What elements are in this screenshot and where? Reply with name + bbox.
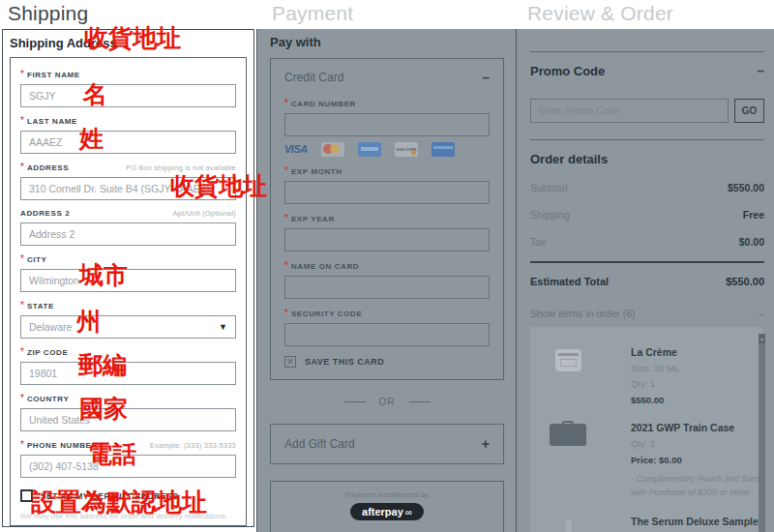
apt-unit-note: Apt/Unit (Optional): [173, 209, 237, 218]
items-scrollbar[interactable]: [759, 334, 765, 532]
first-name-label-row: * FIRST NAME: [20, 70, 236, 79]
card-number-label-row: * CARD NUMBER: [284, 99, 490, 108]
mastercard-icon: [321, 142, 344, 157]
annotation-shipping-address: 收貨地址: [84, 26, 181, 50]
or-label: OR: [379, 397, 396, 407]
security-code-input[interactable]: [284, 323, 490, 346]
required-mark: *: [284, 261, 288, 271]
promo-code-input[interactable]: Enter Promo Code: [530, 99, 729, 123]
item-size: Size: 30 ML: [631, 363, 679, 373]
estimated-total-value: $550.00: [726, 276, 764, 287]
required-mark: *: [20, 163, 24, 172]
collapse-minus-icon[interactable]: –: [759, 308, 764, 319]
list-item: 2021 GWP Train Case Qty: 1 Price: $0.00 …: [541, 422, 762, 499]
step-payment[interactable]: Payment: [272, 2, 353, 25]
shipping-label: Shipping: [530, 209, 570, 221]
tax-value: $0.00: [739, 236, 764, 248]
subtotal-value: $550.00: [728, 182, 764, 193]
afterpay-loop-icon: ∞: [405, 507, 412, 517]
annotation-first-name: 名: [83, 82, 107, 106]
tax-row: Tax $0.00: [530, 236, 764, 248]
collapse-minus-icon[interactable]: –: [757, 63, 764, 78]
divider: [530, 51, 764, 52]
zip-input[interactable]: 19801: [20, 362, 236, 385]
divider-line: [409, 401, 431, 402]
tax-label: Tax: [530, 236, 546, 248]
state-value: Delaware: [29, 321, 72, 333]
country-label-row: * COUNTRY: [20, 394, 236, 403]
annotation-last-name: 姓: [79, 127, 104, 151]
discover-icon: DISCOVER: [395, 142, 418, 157]
chevron-down-icon: ▼: [219, 322, 227, 332]
card-number-input[interactable]: [284, 113, 490, 136]
save-card-row: ✕ SAVE THIS CARD: [284, 356, 490, 368]
item-price: $550.00: [631, 395, 679, 405]
zip-label-row: * ZIP CODE: [20, 347, 236, 357]
name-on-card-label: NAME ON CARD: [291, 262, 359, 271]
address2-input[interactable]: Address 2: [20, 222, 236, 246]
total-divider: [530, 261, 764, 263]
name-on-card-input[interactable]: [284, 276, 490, 299]
afterpay-logo[interactable]: afterpay ∞: [350, 503, 424, 520]
expand-plus-icon[interactable]: +: [482, 436, 490, 452]
credit-card-header[interactable]: Credit Card –: [271, 59, 503, 85]
required-mark: *: [20, 394, 24, 403]
exp-year-label: EXP YEAR: [291, 215, 335, 223]
item-qty: Qty: 1: [631, 378, 679, 389]
or-divider: OR: [270, 397, 504, 407]
first-name-input[interactable]: SGJY: [20, 84, 236, 107]
afterpay-box: Payment installments by afterpay ∞: [270, 481, 504, 532]
save-card-checkbox[interactable]: ✕: [284, 356, 296, 368]
required-mark: *: [284, 166, 288, 176]
step-shipping[interactable]: Shipping: [8, 2, 88, 25]
promo-code-header[interactable]: Promo Code –: [530, 63, 764, 78]
save-card-label: SAVE THIS CARD: [305, 357, 384, 367]
annotation-state: 州: [76, 310, 101, 334]
exp-year-input[interactable]: [284, 228, 490, 251]
payment-column: Pay with Credit Card – * CARD NUMBER VIS…: [256, 29, 516, 532]
scroll-up-icon[interactable]: ▲: [759, 334, 765, 343]
collapse-minus-icon[interactable]: –: [482, 70, 490, 85]
last-name-value: AAAEZ: [29, 136, 62, 148]
checkout-page: Shipping Payment Review & Order Shipping…: [0, 0, 774, 532]
security-code-label-row: * SECURITY CODE: [284, 309, 490, 318]
exp-month-input[interactable]: [284, 181, 490, 204]
installments-label: Payment installments by: [271, 490, 503, 499]
address2-label: ADDRESS 2: [20, 209, 70, 218]
city-value: Wilmington: [29, 275, 79, 286]
visa-icon: VISA: [284, 143, 308, 155]
required-mark: *: [20, 70, 24, 79]
country-input[interactable]: United States: [20, 408, 236, 431]
address-label-row: * ADDRESS PO Box shipping is not availab…: [20, 163, 236, 172]
estimated-total-row: Estimated Total $550.00: [530, 276, 764, 287]
last-name-input[interactable]: AAAEZ: [20, 131, 236, 154]
product-thumbnail: [550, 424, 586, 446]
required-mark: *: [20, 254, 24, 264]
divider-line: [344, 401, 366, 402]
security-code-label: SECURITY CODE: [291, 310, 362, 318]
required-mark: *: [284, 309, 288, 318]
required-mark: *: [20, 440, 24, 450]
subtotal-label: Subtotal: [530, 182, 568, 193]
add-gift-card-box[interactable]: Add Gift Card +: [270, 424, 504, 464]
item-note: - Complimentary Pouch and Samples with P…: [631, 473, 762, 499]
exp-year-label-row: * EXP YEAR: [284, 214, 490, 223]
item-name: The Serum Deluxe Sample: [631, 516, 762, 527]
review-column: Promo Code – Enter Promo Code GO Order d…: [516, 29, 774, 532]
state-label: STATE: [27, 302, 54, 310]
po-box-note: PO Box shipping is not available: [126, 163, 236, 172]
city-input[interactable]: Wilmington: [20, 269, 236, 292]
step-review[interactable]: Review & Order: [527, 2, 673, 25]
show-items-header[interactable]: Show items in order (6) –: [530, 308, 764, 319]
phone-label: PHONE NUMBER: [27, 441, 98, 450]
list-item: The Serum Deluxe Sample Qty: 1 Price: $0…: [541, 516, 762, 532]
accepted-cards-row: VISA DISCOVER: [284, 141, 490, 157]
subtotal-row: Subtotal $550.00: [530, 182, 764, 193]
state-select[interactable]: Delaware ▼: [20, 315, 236, 339]
promo-go-button[interactable]: GO: [734, 99, 764, 123]
zip-value: 19801: [29, 368, 57, 379]
first-name-label: FIRST NAME: [27, 71, 80, 79]
list-item: La Crème Size: 30 ML Qty: 1 $550.00: [541, 346, 762, 405]
required-mark: *: [20, 116, 24, 126]
show-items-label: Show items in order (6): [530, 308, 636, 319]
